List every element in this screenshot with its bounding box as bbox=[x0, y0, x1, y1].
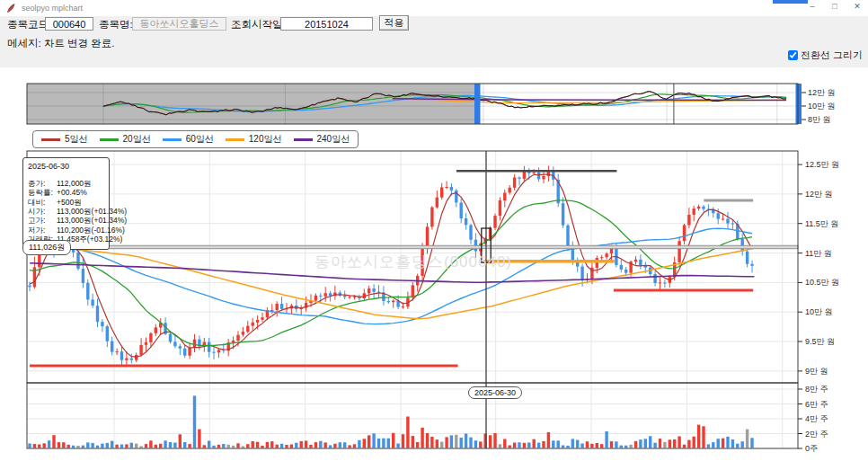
svg-text:10.5만 원: 10.5만 원 bbox=[805, 278, 839, 287]
app-icon bbox=[5, 3, 16, 13]
legend-item: 20일선 bbox=[100, 133, 151, 146]
minimize-button[interactable]: – bbox=[807, 2, 818, 11]
crosshair-price-label: 111,026원 bbox=[22, 240, 71, 255]
window-title: seolpyo mplchart bbox=[22, 4, 83, 13]
svg-text:10만 원: 10만 원 bbox=[808, 102, 836, 111]
legend-swatch bbox=[163, 138, 182, 141]
chart-figure: 12만 원10만 원8만 원12.5만 원12만 원11.5만 원11만 원10… bbox=[0, 67, 868, 470]
tooltip-box: 2025-06-30종가:112,000원등락률:+00.45%대비:+500원… bbox=[22, 157, 110, 250]
svg-text:11만 원: 11만 원 bbox=[805, 249, 832, 258]
legend-swatch bbox=[226, 138, 244, 141]
accent-strip bbox=[773, 0, 808, 4]
svg-text:10만 원: 10만 원 bbox=[805, 307, 833, 316]
crosshair-h-line bbox=[27, 245, 798, 249]
axes-frame: 12.5만 원12만 원11.5만 원11만 원10.5만 원10만 원9.5만… bbox=[27, 151, 839, 453]
app-window: seolpyo mplchart – □ ✕ 종목코드: 종목명: 조회시작일:… bbox=[0, 0, 868, 470]
tooltip-row: 저가:110,200원(-01.16%) bbox=[28, 226, 104, 235]
svg-text:12만 원: 12만 원 bbox=[805, 190, 833, 199]
svg-text:6만 주: 6만 주 bbox=[805, 400, 828, 409]
watermark: 동아쏘시오홀딩스(000640) bbox=[270, 252, 557, 272]
ma60-line bbox=[30, 228, 752, 324]
legend-item: 5일선 bbox=[41, 133, 88, 146]
tooltip-row: 시가:113,000원(+01.34%) bbox=[28, 207, 104, 216]
svg-text:8만 원: 8만 원 bbox=[808, 115, 831, 124]
svg-text:12만 원: 12만 원 bbox=[808, 88, 836, 97]
legend-label: 120일선 bbox=[249, 133, 282, 146]
status-message: 메세지: 차트 변경 완료. bbox=[7, 37, 114, 50]
stock-name-label: 종목명: bbox=[99, 18, 133, 31]
legend-item: 60일선 bbox=[163, 133, 214, 146]
tooltip-row: 고가:113,000원(+01.34%) bbox=[28, 216, 104, 225]
close-button[interactable]: ✕ bbox=[852, 2, 863, 11]
query-date-label: 조회시작일: bbox=[231, 18, 286, 31]
svg-text:4만 주: 4만 주 bbox=[805, 414, 828, 423]
window-controls: – □ ✕ bbox=[807, 2, 863, 11]
legend-label: 60일선 bbox=[186, 133, 214, 146]
tooltip-row: 대비:+500원 bbox=[28, 198, 104, 207]
overview-past-shade bbox=[27, 84, 475, 124]
svg-text:0주: 0주 bbox=[805, 444, 818, 453]
tooltip-date: 2025-06-30 bbox=[28, 162, 104, 171]
legend-label: 240일선 bbox=[317, 133, 350, 146]
stock-name-input bbox=[132, 17, 226, 31]
legend-swatch bbox=[100, 138, 119, 141]
svg-text:2만 주: 2만 주 bbox=[805, 430, 828, 439]
legend-swatch bbox=[294, 138, 313, 141]
query-date-input[interactable] bbox=[280, 17, 373, 31]
legend-label: 5일선 bbox=[65, 133, 88, 146]
draw-line-checkbox[interactable] bbox=[788, 50, 798, 60]
tooltip-row: 종가:112,000원 bbox=[28, 179, 104, 188]
overview-panel: 12만 원10만 원8만 원 bbox=[27, 84, 836, 124]
maximize-button[interactable]: □ bbox=[829, 2, 840, 11]
crosshair-date-label: 2025-06-30 bbox=[468, 386, 522, 399]
ma-legend: 5일선20일선60일선120일선240일선 bbox=[32, 130, 359, 148]
tooltip-row: 등락률:+00.45% bbox=[28, 188, 104, 197]
svg-text:9만 원: 9만 원 bbox=[805, 367, 828, 376]
legend-swatch bbox=[41, 138, 60, 141]
range-end-handle[interactable] bbox=[796, 84, 802, 124]
titlebar: seolpyo mplchart – □ ✕ bbox=[0, 0, 868, 16]
draw-line-label: 전환선 그리기 bbox=[801, 49, 863, 62]
legend-label: 20일선 bbox=[123, 133, 151, 146]
apply-button[interactable]: 적용 bbox=[379, 15, 409, 31]
legend-item: 120일선 bbox=[226, 133, 282, 146]
legend-item: 240일선 bbox=[294, 133, 350, 146]
stock-code-input[interactable] bbox=[45, 17, 93, 31]
draw-line-option[interactable]: 전환선 그리기 bbox=[788, 49, 863, 62]
svg-text:9.5만 원: 9.5만 원 bbox=[805, 337, 835, 346]
range-start-handle[interactable] bbox=[474, 84, 481, 124]
svg-text:8만 주: 8만 주 bbox=[805, 385, 828, 394]
svg-text:11.5만 원: 11.5만 원 bbox=[805, 219, 838, 228]
svg-text:12.5만 원: 12.5만 원 bbox=[805, 160, 839, 169]
